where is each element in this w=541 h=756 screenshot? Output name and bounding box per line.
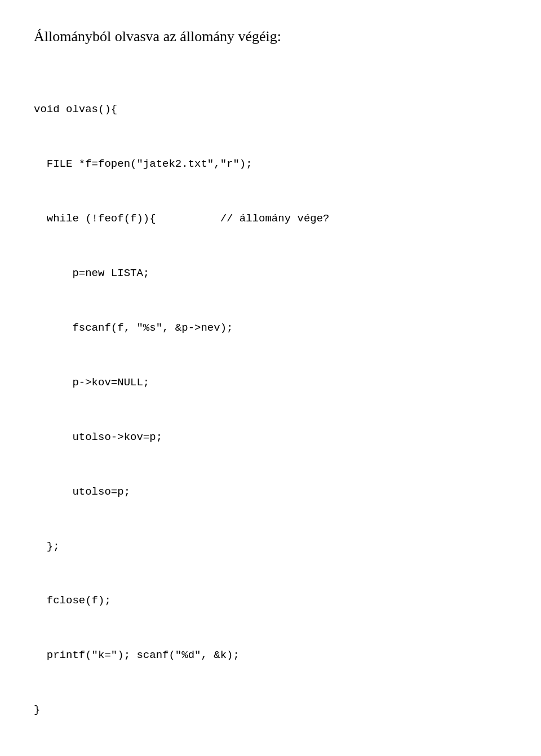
code-line-9: }; bbox=[34, 537, 507, 555]
code-line-6: p->kov=NULL; bbox=[34, 373, 507, 392]
code-line-12: } bbox=[34, 701, 507, 719]
code-line-8: utolso=p; bbox=[34, 483, 507, 501]
code-line-10: fclose(f); bbox=[34, 592, 507, 610]
code-line-2: FILE *f=fopen("jatek2.txt","r"); bbox=[34, 155, 507, 173]
code-line-11: printf("k="); scanf("%d", &k); bbox=[34, 646, 507, 664]
page-container: Állományból olvasva az állomány végéig: … bbox=[0, 0, 541, 756]
page-title: Állományból olvasva az állomány végéig: bbox=[34, 27, 507, 46]
code-block: void olvas(){ FILE *f=fopen("jatek2.txt"… bbox=[34, 64, 507, 755]
code-line-1: void olvas(){ bbox=[34, 100, 507, 118]
code-line-4: p=new LISTA; bbox=[34, 264, 507, 282]
code-line-5: fscanf(f, "%s", &p->nev); bbox=[34, 319, 507, 337]
code-line-3: while (!feof(f)){ // állomány vége? bbox=[34, 210, 507, 228]
code-line-7: utolso->kov=p; bbox=[34, 428, 507, 446]
